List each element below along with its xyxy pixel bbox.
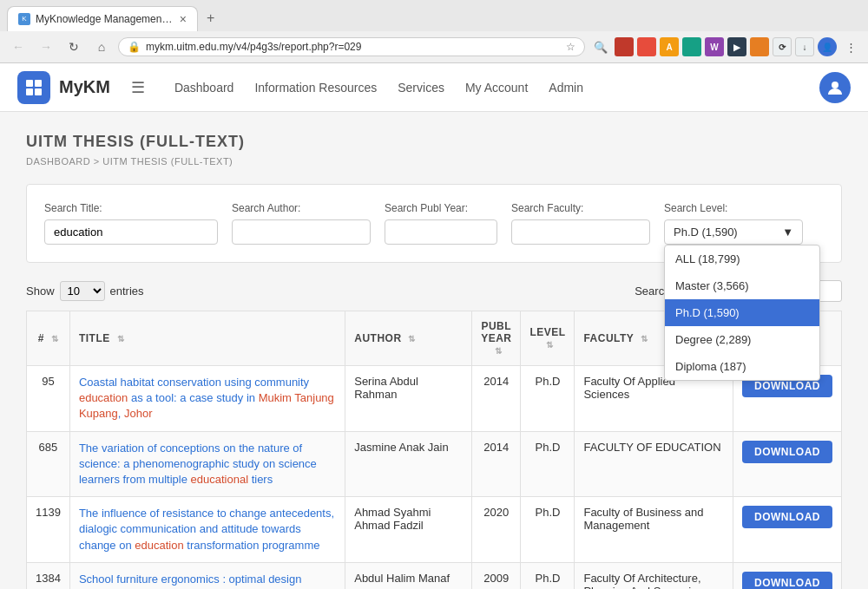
search-author-input[interactable] (232, 219, 371, 245)
tab-title: MyKnowledge Management v4 (36, 13, 174, 25)
level-selected-value: Ph.D (1,590) (674, 226, 738, 239)
home-button[interactable]: ⌂ (90, 36, 113, 58)
ext-icon-8[interactable]: ⟳ (773, 37, 792, 56)
col-header-author: AUTHOR ⇅ (345, 311, 472, 366)
page-content: UITM THESIS (FULL-TEXT) DASHBOARD > UITM… (0, 112, 868, 589)
breadcrumb-home[interactable]: DASHBOARD (26, 156, 90, 167)
cell-year: 2020 (472, 497, 521, 563)
sort-icon-level[interactable]: ⇅ (546, 340, 554, 350)
header-right (819, 72, 851, 103)
pub-year-label: PUBLYEAR (481, 320, 511, 344)
browser-action-buttons: 🔍 A W ▶ ⟳ ↓ 👤 ⋮ (590, 36, 861, 57)
more-options-button[interactable]: ⋮ (840, 36, 861, 57)
back-button[interactable]: ← (7, 36, 30, 58)
search-title-input[interactable] (44, 219, 218, 245)
search-panel: Search Title: Search Author: Search Publ… (26, 184, 842, 263)
nav-item-information-resources[interactable]: Information Resources (254, 81, 377, 95)
cell-year: 2014 (472, 431, 521, 497)
svg-point-4 (832, 82, 838, 88)
ext-icon-1[interactable] (615, 37, 634, 56)
ext-icon-7[interactable] (750, 37, 769, 56)
logo-text: MyKM (59, 77, 110, 97)
chevron-down-icon: ▼ (782, 226, 793, 239)
cell-num: 95 (27, 366, 70, 432)
download-button[interactable]: DOWNLOAD (742, 441, 832, 463)
search-level-label: Search Level: (664, 202, 803, 214)
search-faculty-input[interactable] (511, 219, 650, 245)
search-icon-btn[interactable]: 🔍 (590, 36, 611, 57)
title-link[interactable]: The variation of conceptions on the natu… (79, 442, 317, 486)
cell-action: DOWNLOAD (733, 431, 842, 497)
cell-author: Ahmad Syahmi Ahmad Fadzil (345, 497, 472, 563)
download-button[interactable]: DOWNLOAD (742, 572, 832, 589)
title-link[interactable]: School furniture ergonomics : optimal de… (79, 573, 311, 589)
search-row: Search Title: Search Author: Search Publ… (44, 202, 824, 245)
user-profile-icon[interactable]: 👤 (818, 37, 837, 56)
search-year-label: Search Publ Year: (385, 202, 497, 214)
sort-icon-year[interactable]: ⇅ (495, 346, 503, 356)
ext-icon-3[interactable]: A (660, 37, 679, 56)
level-select-button[interactable]: Ph.D (1,590) ▼ (664, 219, 803, 245)
new-tab-button[interactable]: + (198, 5, 223, 31)
search-year-field: Search Publ Year: (385, 202, 497, 245)
main-nav: Dashboard Information Resources Services… (174, 81, 583, 95)
svg-rect-1 (35, 80, 42, 87)
hamburger-menu[interactable]: ☰ (128, 75, 148, 101)
cell-title: The variation of conceptions on the natu… (69, 431, 345, 497)
app-header: MyKM ☰ Dashboard Information Resources S… (0, 63, 868, 112)
level-dropdown: ALL (18,799) Master (3,566) Ph.D (1,590)… (664, 245, 820, 381)
star-icon[interactable]: ☆ (566, 41, 575, 53)
cell-title: Coastal habitat conservation using commu… (69, 366, 345, 432)
search-title-label: Search Title: (44, 202, 218, 214)
address-bar[interactable] (146, 41, 561, 53)
cell-num: 1384 (27, 562, 70, 589)
cell-action: DOWNLOAD (733, 497, 842, 563)
breadcrumb-current: UITM THESIS (FULL-TEXT) (102, 156, 233, 167)
title-highlight: education (79, 391, 128, 404)
nav-item-admin[interactable]: Admin (549, 81, 583, 95)
download-button[interactable]: DOWNLOAD (742, 506, 832, 528)
nav-item-services[interactable]: Services (398, 81, 444, 95)
nav-item-dashboard[interactable]: Dashboard (174, 81, 234, 95)
title-link[interactable]: The influence of resistance to change an… (79, 507, 334, 551)
nav-item-my-account[interactable]: My Account (465, 81, 528, 95)
forward-button[interactable]: → (35, 36, 57, 58)
ext-icon-9[interactable]: ↓ (795, 37, 814, 56)
breadcrumb: DASHBOARD > UITM THESIS (FULL-TEXT) (26, 156, 842, 167)
cell-title: School furniture ergonomics : optimal de… (69, 562, 345, 589)
cell-level: Ph.D (521, 366, 575, 432)
table-row: 685 The variation of conceptions on the … (27, 431, 842, 497)
refresh-button[interactable]: ↻ (62, 36, 85, 58)
ext-icon-4[interactable] (682, 37, 701, 56)
show-entries: Show 10 25 50 100 entries (26, 281, 144, 301)
title-link[interactable]: Coastal habitat conservation using commu… (79, 376, 334, 420)
tab-close-button[interactable]: × (180, 12, 187, 26)
cell-year: 2014 (472, 366, 521, 432)
sort-icon-title[interactable]: ⇅ (117, 334, 125, 344)
cell-year: 2009 (472, 562, 521, 589)
svg-rect-3 (35, 88, 42, 95)
ext-icon-6[interactable]: ▶ (727, 37, 746, 56)
entries-label: entries (110, 285, 144, 298)
search-faculty-field: Search Faculty: (511, 202, 650, 245)
level-option-degree[interactable]: Degree (2,289) (665, 326, 819, 353)
sort-icon-author[interactable]: ⇅ (408, 334, 416, 344)
level-option-diploma[interactable]: Diploma (187) (665, 353, 819, 380)
logo: MyKM (17, 71, 110, 104)
cell-level: Ph.D (521, 562, 575, 589)
search-year-input[interactable] (385, 219, 497, 245)
user-avatar[interactable] (819, 72, 851, 103)
level-option-all[interactable]: ALL (18,799) (665, 245, 819, 272)
table-row: 1384 School furniture ergonomics : optim… (27, 562, 842, 589)
search-faculty-label: Search Faculty: (511, 202, 650, 214)
level-option-master[interactable]: Master (3,566) (665, 272, 819, 299)
level-option-phd[interactable]: Ph.D (1,590) (665, 299, 819, 326)
svg-rect-0 (26, 80, 33, 87)
entries-select[interactable]: 10 25 50 100 (60, 281, 105, 301)
table-row: 1139 The influence of resistance to chan… (27, 497, 842, 563)
sort-icon-faculty[interactable]: ⇅ (641, 334, 648, 344)
cell-author: Jasmine Anak Jain (345, 431, 472, 497)
sort-icon-num[interactable]: ⇅ (51, 334, 59, 344)
ext-icon-2[interactable] (637, 37, 656, 56)
ext-icon-5[interactable]: W (705, 37, 724, 56)
